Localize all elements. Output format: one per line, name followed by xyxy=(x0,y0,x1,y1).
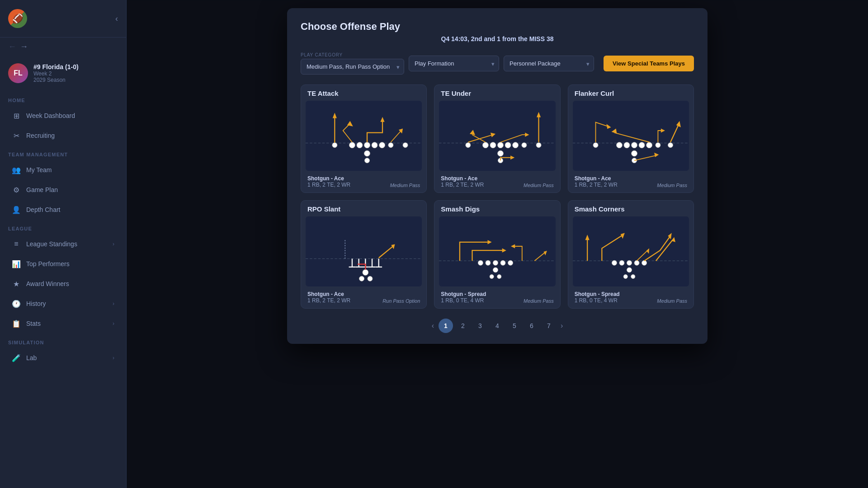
sidebar-item-week-dashboard[interactable]: ⊞ Week Dashboard xyxy=(4,106,123,125)
sidebar-item-stats[interactable]: 📋 Stats › xyxy=(4,314,123,333)
sidebar-item-award-winners[interactable]: ★ Award Winners xyxy=(4,274,123,293)
sidebar-item-lab[interactable]: 🧪 Lab › xyxy=(4,348,123,367)
pagination-prev-button[interactable]: ‹ xyxy=(430,320,436,332)
play-diagram-te-under xyxy=(439,101,555,171)
pagination-page-2[interactable]: 2 xyxy=(456,319,470,333)
my-team-icon: 👥 xyxy=(12,165,21,174)
svg-marker-85 xyxy=(585,235,589,240)
svg-point-39 xyxy=(593,143,598,148)
svg-marker-44 xyxy=(611,128,617,133)
pagination-page-7[interactable]: 7 xyxy=(542,319,556,333)
nav-back-button[interactable]: ← xyxy=(8,42,16,52)
section-label-league: LEAGUE xyxy=(0,220,126,234)
play-diagram-rpo-slant xyxy=(306,216,422,286)
play-name: Flanker Curl xyxy=(575,89,687,97)
play-formation-select[interactable]: Play Formation Shotgun - Ace Shotgun - S… xyxy=(409,56,499,71)
play-card-smash-corners[interactable]: Smash Corners xyxy=(568,200,694,309)
personnel-package-select-wrapper: Personnel Package 1 RB, 2 TE, 2 WR 1 RB,… xyxy=(504,56,594,71)
sidebar-collapse-button[interactable]: ‹ xyxy=(115,14,118,23)
play-category-select[interactable]: Medium Pass, Run Pass Option Short Pass … xyxy=(301,59,404,75)
stats-icon: 📋 xyxy=(12,319,21,328)
play-formation: Shotgun - Spread xyxy=(441,291,486,297)
view-special-teams-button[interactable]: View Special Teams Plays xyxy=(604,56,694,71)
play-card-te-attack[interactable]: TE Attack xyxy=(301,84,427,193)
play-type: Medium Pass xyxy=(524,298,554,304)
sidebar-item-label: Game Plan xyxy=(26,186,58,193)
sidebar-item-recruiting[interactable]: ✂ Recruiting xyxy=(4,126,123,145)
sidebar-item-label: Award Winners xyxy=(26,280,69,287)
section-label-team-management: TEAM MANAGEMENT xyxy=(0,145,126,160)
sidebar-item-label: Top Performers xyxy=(26,260,70,267)
svg-point-41 xyxy=(668,143,673,148)
play-category-label: Play Category xyxy=(301,52,404,57)
sidebar-item-league-standings[interactable]: ≡ League Standings › xyxy=(4,235,123,253)
play-diagram-smash-corners xyxy=(573,216,689,286)
sidebar-item-depth-chart[interactable]: 👤 Depth Chart xyxy=(4,200,123,219)
pagination-page-3[interactable]: 3 xyxy=(473,319,487,333)
sidebar-item-game-plan[interactable]: ⚙ Game Plan xyxy=(4,180,123,199)
svg-point-33 xyxy=(624,142,630,148)
play-type: Medium Pass xyxy=(524,183,554,188)
play-personnel: 1 RB, 0 TE, 4 WR xyxy=(441,297,486,304)
nav-forward-button[interactable]: → xyxy=(20,42,28,52)
nav-arrows: ← → xyxy=(0,42,126,58)
sidebar-item-history[interactable]: 🕐 History › xyxy=(4,294,123,313)
svg-point-37 xyxy=(631,150,637,156)
personnel-package-select[interactable]: Personnel Package 1 RB, 2 TE, 2 WR 1 RB,… xyxy=(504,56,594,71)
play-formation: Shotgun - Ace xyxy=(441,175,484,182)
play-card-smash-digs[interactable]: Smash Digs xyxy=(434,200,560,309)
sidebar-item-label: Stats xyxy=(26,320,41,327)
play-name: Smash Digs xyxy=(441,205,553,213)
play-formation-select-wrapper: Play Formation Shotgun - Ace Shotgun - S… xyxy=(409,56,499,71)
svg-point-6 xyxy=(364,150,370,156)
modal-title: Choose Offense Play xyxy=(301,21,694,33)
sidebar-item-top-performers[interactable]: 📊 Top Performers xyxy=(4,254,123,273)
svg-point-68 xyxy=(508,260,513,265)
sidebar-header: 🏈 ‹ xyxy=(0,0,126,38)
svg-point-59 xyxy=(359,276,364,281)
play-card-te-under[interactable]: TE Under xyxy=(434,84,560,193)
sidebar-item-label: Recruiting xyxy=(26,132,55,139)
svg-point-83 xyxy=(623,275,627,279)
team-season: 2029 Season xyxy=(33,77,79,83)
section-label-simulation: SIMULATION xyxy=(0,333,126,348)
pagination: ‹ 1 2 3 4 5 6 7 › xyxy=(301,319,694,333)
play-formation: Shotgun - Spread xyxy=(575,291,620,297)
pagination-next-button[interactable]: › xyxy=(559,320,565,332)
svg-point-24 xyxy=(522,143,527,148)
svg-marker-73 xyxy=(502,249,506,253)
play-type: Medium Pass xyxy=(657,298,687,304)
svg-marker-89 xyxy=(646,249,649,254)
svg-point-82 xyxy=(627,267,632,272)
pagination-page-6[interactable]: 6 xyxy=(524,319,539,333)
game-plan-icon: ⚙ xyxy=(12,185,21,194)
svg-marker-45 xyxy=(606,124,611,129)
sidebar-item-label: Week Dashboard xyxy=(26,112,75,119)
chevron-right-icon: › xyxy=(113,300,114,307)
play-card-rpo-slant[interactable]: RPO Slant xyxy=(301,200,427,309)
play-diagram-smash-digs xyxy=(439,216,555,286)
svg-point-40 xyxy=(656,143,660,148)
sidebar-item-my-team[interactable]: 👥 My Team xyxy=(4,160,123,179)
svg-point-3 xyxy=(364,142,370,148)
svg-point-81 xyxy=(642,260,646,265)
pagination-page-5[interactable]: 5 xyxy=(507,319,522,333)
filter-row: Play Category Medium Pass, Run Pass Opti… xyxy=(301,52,694,75)
pagination-page-1[interactable]: 1 xyxy=(439,319,453,333)
play-diagram-flanker-curl xyxy=(573,101,689,171)
svg-marker-29 xyxy=(525,133,529,137)
pagination-page-4[interactable]: 4 xyxy=(490,319,505,333)
plays-grid: TE Attack xyxy=(301,84,694,309)
svg-point-19 xyxy=(505,142,511,148)
svg-point-25 xyxy=(536,143,541,148)
svg-point-8 xyxy=(332,143,337,148)
play-type: Run Pass Option xyxy=(382,298,420,304)
sidebar-item-label: League Standings xyxy=(26,240,77,248)
svg-point-79 xyxy=(627,260,632,265)
svg-point-1 xyxy=(349,142,355,148)
play-formation: Shotgun - Ace xyxy=(575,175,618,182)
modal-subtitle: Q4 14:03, 2nd and 1 from the MISS 38 xyxy=(301,35,694,42)
app-logo: 🏈 xyxy=(8,9,27,28)
play-card-flanker-curl[interactable]: Flanker Curl xyxy=(568,84,694,193)
svg-point-2 xyxy=(357,142,363,148)
